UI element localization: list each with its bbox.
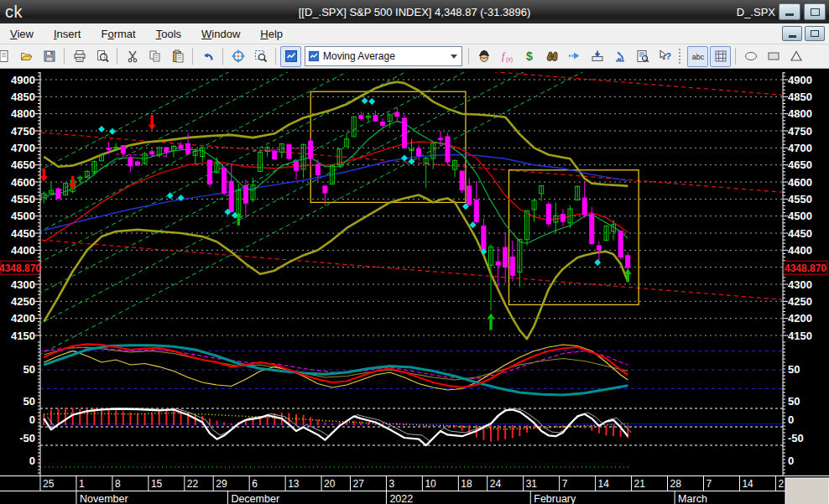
toolbar: Moving Averagef(x)$?abc xyxy=(0,44,829,69)
maximize-icon xyxy=(811,8,820,16)
undo-icon xyxy=(201,49,215,63)
restore-icon xyxy=(811,30,819,37)
svg-text:3: 3 xyxy=(388,478,394,490)
menu-format[interactable]: Format xyxy=(91,25,145,43)
svg-text:4450: 4450 xyxy=(11,227,35,240)
paste-button[interactable] xyxy=(167,46,188,67)
menu-insert[interactable]: Insert xyxy=(44,25,91,43)
svg-text:December: December xyxy=(231,493,279,504)
svg-text:4600: 4600 xyxy=(11,176,35,189)
print-preview-icon xyxy=(96,49,109,63)
ellipse-tool-button[interactable] xyxy=(740,46,761,67)
svg-text:29: 29 xyxy=(216,478,227,490)
svg-text:0: 0 xyxy=(788,413,794,426)
microscope-button[interactable] xyxy=(609,46,630,67)
toolbar-separator xyxy=(222,48,223,65)
minimize-button[interactable] xyxy=(779,3,800,20)
text-note-button[interactable]: abc xyxy=(687,46,708,67)
svg-text:14: 14 xyxy=(598,478,610,490)
svg-text:15: 15 xyxy=(151,478,163,490)
triangle-tool-button[interactable] xyxy=(785,46,806,67)
chart-mini-icon xyxy=(308,50,320,62)
svg-text:14: 14 xyxy=(742,478,753,490)
triangle-tool-icon xyxy=(790,49,803,63)
indicator-function-button[interactable]: f(x) xyxy=(496,46,517,67)
svg-text:4348.870: 4348.870 xyxy=(785,262,826,274)
open-chart-icon xyxy=(20,49,34,63)
svg-text:4550: 4550 xyxy=(11,193,35,205)
menu-tools[interactable]: Tools xyxy=(146,25,191,43)
rectangle-tool-button[interactable] xyxy=(763,46,784,67)
menu-window[interactable]: Window xyxy=(191,25,250,43)
minimize-icon xyxy=(789,35,796,38)
svg-text:50: 50 xyxy=(23,363,35,376)
open-chart-button[interactable] xyxy=(16,46,37,67)
svg-text:November: November xyxy=(80,493,128,504)
text-note-icon: abc xyxy=(691,49,705,63)
report-preview-button[interactable] xyxy=(632,46,653,67)
expert-advisor-button[interactable] xyxy=(473,46,494,67)
svg-text:4300: 4300 xyxy=(788,278,812,291)
svg-text:4450: 4450 xyxy=(788,227,812,240)
svg-text:28: 28 xyxy=(670,478,682,490)
zoom-select-icon xyxy=(254,49,268,63)
toolbar-drag-handle[interactable] xyxy=(679,49,684,64)
context-help-button[interactable]: ? xyxy=(654,46,675,67)
paste-icon xyxy=(171,49,185,63)
child-minimize-button[interactable] xyxy=(782,26,802,41)
svg-text:4800: 4800 xyxy=(11,107,35,120)
title-bar: ck [[D_.SPX] S&P 500 INDEX] 4,348.87 (-3… xyxy=(0,0,829,23)
menu-view[interactable]: View xyxy=(0,25,44,43)
svg-text:18: 18 xyxy=(461,478,472,490)
dollar-button[interactable]: $ xyxy=(519,46,540,67)
svg-text:4900: 4900 xyxy=(788,74,812,86)
context-help-icon: ? xyxy=(659,49,672,63)
chevron-down-icon[interactable] xyxy=(446,47,461,65)
svg-text:50: 50 xyxy=(23,395,35,408)
undo-button[interactable] xyxy=(197,46,218,67)
svg-text:4900: 4900 xyxy=(11,74,35,86)
zoom-select-button[interactable] xyxy=(250,46,271,67)
save-button[interactable] xyxy=(39,46,60,67)
menu-bar: ViewInsertFormatToolsWindowHelp xyxy=(0,23,829,44)
grid-toggle-button[interactable] xyxy=(710,46,731,67)
new-document-button[interactable] xyxy=(0,46,14,67)
window-title: [[D_.SPX] S&P 500 INDEX] 4,348.87 (-31.3… xyxy=(0,6,829,18)
downloader-button[interactable] xyxy=(587,46,607,67)
explorer-binoculars-button[interactable] xyxy=(541,46,562,67)
maximize-button[interactable] xyxy=(804,3,826,20)
svg-text:13: 13 xyxy=(288,478,300,490)
svg-text:4348.870: 4348.870 xyxy=(0,262,41,274)
print-button[interactable] xyxy=(69,46,90,67)
toolbar-separator xyxy=(468,48,469,65)
chart-area[interactable]: 4150415042004200425042504300430044004400… xyxy=(0,69,829,504)
print-icon xyxy=(73,49,86,63)
save-icon xyxy=(43,49,56,63)
indicator-function-icon: f(x) xyxy=(500,49,514,63)
cut-button[interactable] xyxy=(122,46,143,67)
copy-button[interactable] xyxy=(144,46,165,67)
svg-text:10: 10 xyxy=(425,478,436,490)
chart-style-button[interactable] xyxy=(280,46,301,67)
crosshair-button[interactable] xyxy=(227,46,248,67)
crosshair-icon xyxy=(232,49,245,63)
svg-text:4300: 4300 xyxy=(11,278,35,291)
print-preview-button[interactable] xyxy=(91,46,112,67)
explorer-binoculars-icon xyxy=(545,49,559,63)
downloader-icon xyxy=(591,49,604,63)
svg-text:4500: 4500 xyxy=(11,210,35,222)
svg-text:4550: 4550 xyxy=(788,193,812,205)
svg-text:50: 50 xyxy=(788,363,800,376)
toolbar-separator xyxy=(64,48,65,65)
svg-text:8: 8 xyxy=(115,478,121,490)
indicator-dropdown[interactable]: Moving Average xyxy=(305,46,462,66)
svg-text:6: 6 xyxy=(252,478,258,490)
child-restore-button[interactable] xyxy=(805,26,825,41)
forecast-arrow-button[interactable] xyxy=(564,46,585,67)
new-document-icon xyxy=(0,49,11,63)
svg-text:4150: 4150 xyxy=(788,330,812,342)
rectangle-tool-icon xyxy=(767,49,780,63)
svg-text:2: 2 xyxy=(778,478,784,490)
svg-text:(x): (x) xyxy=(506,56,513,63)
menu-help[interactable]: Help xyxy=(250,25,293,43)
